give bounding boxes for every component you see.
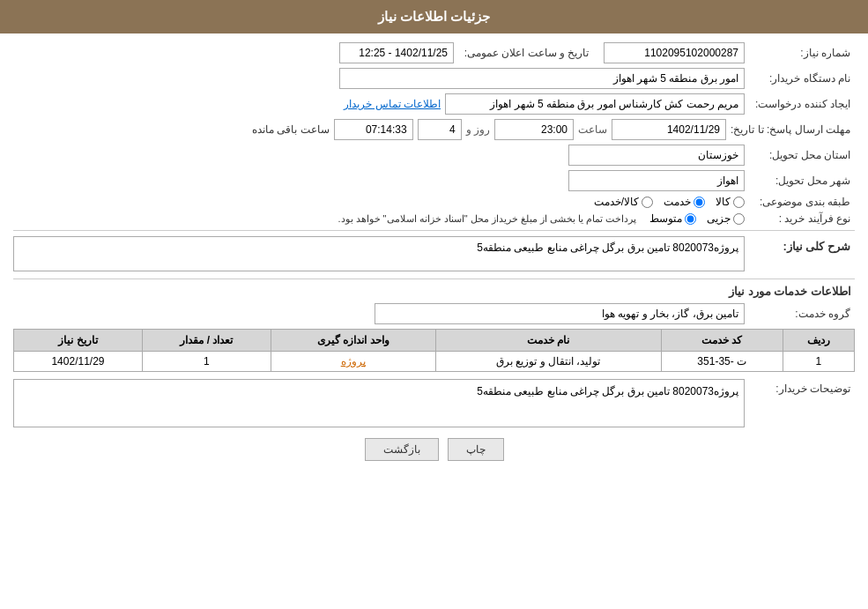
group-khadamat-label: گروه خدمت: [749, 308, 855, 320]
cell-tarikh: 1402/11/29 [14, 352, 143, 372]
mohlet-roz-label: روز و [466, 123, 490, 136]
col-vahed: واحد اندازه گیری [271, 330, 435, 352]
shahr-input[interactable] [568, 170, 745, 191]
ettelaat-tamas-link[interactable]: اطلاعات تماس خریدار [344, 98, 441, 110]
col-tarikh: تاریخ نیاز [14, 330, 143, 352]
nooe-motawaset-radio[interactable] [685, 213, 696, 225]
page-title: جزئیات اطلاعات نیاز [378, 9, 490, 24]
cell-radif: 1 [783, 352, 854, 372]
mohlet-row: مهلت ارسال پاسخ: تا تاریخ: ساعت روز و سا… [13, 119, 855, 140]
tabaqe-row: طبقه بندی موضوعی: کالا خدمت کالا/خدمت [13, 196, 855, 208]
ijad-label: ایجاد کننده درخواست: [749, 98, 855, 110]
cell-kod: ت -35-351 [661, 352, 783, 372]
group-khadamat-row: گروه خدمت: [13, 303, 855, 324]
shahr-label: شهر محل تحویل: [749, 175, 855, 187]
content-area: شماره نیاز: تاریخ و ساعت اعلان عمومی: نا… [0, 33, 868, 479]
ijad-row: ایجاد کننده درخواست: اطلاعات تماس خریدار [13, 93, 855, 115]
cell-tedad: 1 [142, 352, 271, 372]
shomara-niaz-label: شماره نیاز: [749, 47, 855, 59]
ostan-row: استان محل تحویل: [13, 145, 855, 166]
tabaqe-khadamat[interactable]: خدمت [664, 196, 705, 208]
tawsif-content: پروژه8020073 تامین برق برگل چراغی منابع … [13, 379, 745, 427]
tabaqe-kala-label: کالا [716, 196, 731, 208]
tabaqe-radio-group: کالا خدمت کالا/خدمت [594, 196, 745, 208]
button-row: چاپ بازگشت [13, 438, 855, 461]
sherh-niaz-value: پروژه8020073 تامین برق برگل چراغی منابع … [477, 241, 738, 254]
col-nam: نام خدمت [435, 330, 661, 352]
divider-1 [13, 230, 855, 231]
nam-dastgah-row: نام دستگاه خریدار: [13, 68, 855, 89]
cell-vahed[interactable]: پروژه [271, 352, 435, 372]
tabaqe-label: طبقه بندی موضوعی: [749, 196, 855, 208]
tabaqe-khadamat-label: خدمت [664, 196, 691, 208]
print-button[interactable]: چاپ [448, 438, 504, 461]
tarikh-label: تاریخ و ساعت اعلان عمومی: [458, 47, 599, 59]
mohlet-remain-label: ساعت باقی مانده [252, 123, 330, 136]
shahr-row: شهر محل تحویل: [13, 170, 855, 191]
nooe-farayand-radio-group: جزیی متوسط [649, 212, 745, 225]
tawsif-label: توضیحات خریدار: [749, 379, 855, 395]
table-row: 1 ت -35-351 تولید، انتقال و توزیع برق پر… [14, 352, 855, 372]
ostan-input[interactable] [568, 145, 745, 166]
nooe-farayand-label: نوع فرآیند خرید : [749, 212, 855, 225]
ijad-input[interactable] [445, 93, 745, 115]
page-container: جزئیات اطلاعات نیاز شماره نیاز: تاریخ و … [0, 0, 868, 609]
mohlet-saat-input[interactable] [494, 119, 574, 140]
table-header-row: ردیف کد خدمت نام خدمت واحد اندازه گیری ت… [14, 330, 855, 352]
nooe-jazei[interactable]: جزیی [707, 212, 745, 225]
sherh-niaz-content: پروژه8020073 تامین برق برگل چراغی منابع … [13, 236, 745, 271]
cell-nam: تولید، انتقال و توزیع برق [435, 352, 661, 372]
nam-dastgah-label: نام دستگاه خریدار: [749, 72, 855, 85]
col-tedad: تعداد / مقدار [142, 330, 271, 352]
nooe-farayand-desc: پرداخت تمام یا بخشی از مبلغ خریداز محل "… [338, 213, 636, 225]
tabaqe-kala-khadamat[interactable]: کالا/خدمت [594, 196, 653, 208]
mohlet-saat-label: ساعت [578, 123, 607, 136]
col-radif: ردیف [783, 330, 854, 352]
tabaqe-kala[interactable]: کالا [716, 196, 745, 208]
shomara-niaz-row: شماره نیاز: تاریخ و ساعت اعلان عمومی: [13, 42, 855, 63]
group-khadamat-input[interactable] [375, 303, 745, 324]
tabaqe-kala-radio[interactable] [733, 197, 745, 208]
tabaqe-both-radio[interactable] [642, 197, 653, 208]
services-table: ردیف کد خدمت نام خدمت واحد اندازه گیری ت… [13, 329, 855, 372]
tawsif-value: پروژه8020073 تامین برق برگل چراغی منابع … [477, 385, 738, 397]
shomara-niaz-input[interactable] [604, 42, 745, 63]
ostan-label: استان محل تحویل: [749, 149, 855, 161]
nooe-motawaset-label: متوسط [649, 212, 682, 225]
mohlet-date-input[interactable] [612, 119, 726, 140]
nooe-jazei-radio[interactable] [733, 213, 745, 225]
mohlet-roz-input[interactable] [418, 119, 462, 140]
divider-2 [13, 279, 855, 279]
mohlet-remain-input[interactable] [334, 119, 413, 140]
nooe-motawaset[interactable]: متوسط [649, 212, 696, 225]
col-kod: کد خدمت [661, 330, 783, 352]
nooe-jazei-label: جزیی [707, 212, 731, 225]
sherh-niaz-label: شرح کلی نیاز: [749, 236, 855, 253]
nooe-farayand-row: نوع فرآیند خرید : جزیی متوسط پرداخت تمام… [13, 212, 855, 225]
sherh-niaz-row: شرح کلی نیاز: پروژه8020073 تامین برق برگ… [13, 236, 855, 271]
tawsif-row: توضیحات خریدار: پروژه8020073 تامین برق ب… [13, 379, 855, 427]
nam-dastgah-input[interactable] [339, 68, 745, 89]
mohlet-label: مهلت ارسال پاسخ: تا تاریخ: [731, 123, 855, 136]
table-header: ردیف کد خدمت نام خدمت واحد اندازه گیری ت… [14, 330, 855, 352]
tarikh-input[interactable] [339, 42, 454, 63]
table-body: 1 ت -35-351 تولید، انتقال و توزیع برق پر… [14, 352, 855, 372]
tabaqe-both-label: کالا/خدمت [594, 196, 639, 208]
back-button[interactable]: بازگشت [365, 438, 439, 461]
tawsif-box: پروژه8020073 تامین برق برگل چراغی منابع … [13, 379, 745, 427]
page-header: جزئیات اطلاعات نیاز [0, 0, 868, 33]
tabaqe-khadamat-radio[interactable] [694, 197, 705, 208]
service-section-title: اطلاعات خدمات مورد نیاز [13, 285, 855, 298]
